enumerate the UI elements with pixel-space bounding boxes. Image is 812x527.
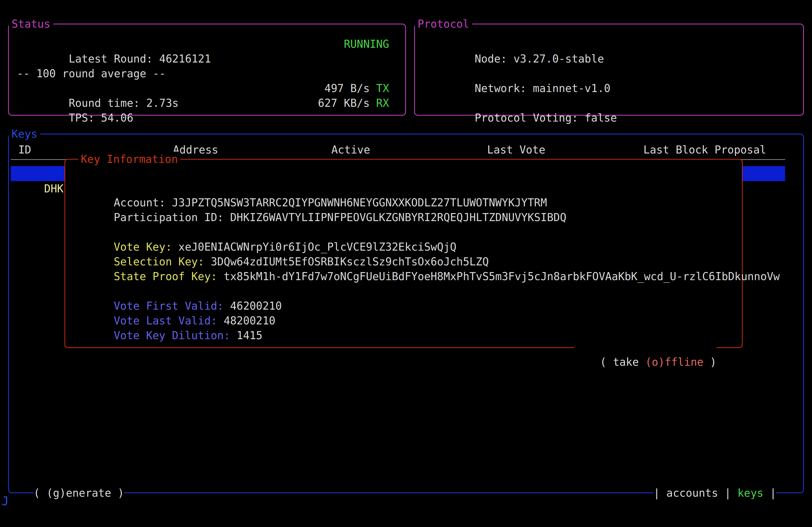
keys-panel-title: Keys [9,126,40,141]
vote-first-valid-row: Vote First Valid:46200210 [75,284,737,299]
network-label: Network: [475,82,526,94]
state-proof-key-value: tx85kM1h-dY1Fd7w7oNCgFUeUiBdFYoeH8MxPhTv… [224,270,780,283]
account-row: Account:J3JPZTQ5NSW3TARRC2QIYPGNWNH6NEYG… [75,181,737,195]
column-header-last-vote: Last Vote [487,142,545,157]
latest-round-row: Latest Round:46216121 RUNNING [9,37,405,51]
status-panel-title: Status [9,16,53,31]
key-information-modal: Key Information Account:J3JPZTQ5NSW3TARR… [64,159,743,348]
take-offline-button[interactable]: ( take (o)ffline ) [574,340,716,355]
round-time-row: Round time:2.73s 497 B/s TX [9,81,405,96]
vote-key-label: Vote Key: [114,241,172,253]
selection-key-value: 3DQw64zdIUMt5EfOSRBIKsczlSz9chTsOx6oJch5… [211,255,489,268]
protocol-voting-label: Protocol Voting: [475,111,578,124]
take-offline-suffix: ) [704,356,716,368]
vote-key-dilution-label: Vote Key Dilution: [114,329,230,342]
protocol-panel-title: Protocol [415,16,472,31]
latest-round-value: 46216121 [159,52,211,65]
latest-round-label: Latest Round: [69,52,153,65]
vote-key-dilution-value: 1415 [236,329,262,342]
column-header-id: ID [18,142,31,157]
round-time-value: 2.73s [146,97,178,109]
view-tabs: | accounts | keys | [653,485,776,500]
network-value: mainnet-v1.0 [533,82,610,94]
tx-rate-value: 497 B/s [324,81,370,96]
node-running-status: RUNNING [344,37,389,51]
vote-last-valid-value: 48200210 [224,315,276,327]
state-proof-key-label: State Proof Key: [114,270,217,283]
protocol-voting-row: Protocol Voting:false [415,96,803,110]
tps-label: TPS: [69,111,95,124]
round-average-text: -- 100 round average -- [17,66,166,81]
key-information-title: Key Information [78,152,180,167]
rx-rate-value: 627 KB/s [318,96,370,110]
vote-key-row: Vote Key:xeJ0ENIACWNrpYi0r6IjOc_PlcVCE9l… [75,225,737,240]
column-header-last-block-proposal: Last Block Proposal [643,142,766,157]
vote-key-value: xeJ0ENIACWNrpYi0r6IjOc_PlcVCE9lZ32EkciSw… [178,241,456,253]
participation-id-label: Participation ID: [114,211,224,224]
column-header-active: Active [331,142,370,157]
tps-value: 54.06 [101,111,133,124]
take-offline-hotkey: (o)ffline [645,356,704,368]
vote-first-valid-label: Vote First Valid: [114,300,224,312]
status-panel: Status Latest Round:46216121 RUNNING -- … [8,24,406,116]
account-value: J3JPZTQ5NSW3TARRC2QIYPGNWNH6NEYGGNXXKODL… [172,196,547,209]
selection-key-label: Selection Key: [114,255,204,268]
tab-separator: | [770,485,776,500]
tab-keys[interactable]: keys [738,485,764,500]
vote-last-valid-label: Vote Last Valid: [114,315,217,327]
protocol-voting-value: false [584,111,617,124]
account-label: Account: [114,196,166,209]
node-version-row: Node:v3.27.0-stable [415,37,803,51]
network-row: Network:mainnet-v1.0 [415,66,803,81]
stray-corner-glyph: J [2,495,9,507]
node-version-label: Node: [475,52,507,65]
tab-accounts[interactable]: accounts [666,485,718,500]
rx-label: RX [376,96,389,110]
tab-separator: | [653,485,660,500]
protocol-panel: Protocol Node:v3.27.0-stable Network:mai… [414,24,804,116]
generate-button[interactable]: ( (g)enerate ) [33,485,124,500]
take-offline-prefix: ( take [600,356,646,368]
vote-first-valid-value: 46200210 [230,300,282,312]
tx-label: TX [376,81,389,96]
node-version-value: v3.27.0-stable [513,52,604,65]
tab-separator: | [724,485,731,500]
participation-id-value: DHKIZ6WAVTYLIIPNFPEOVGLKZGNBYRI2RQEQJHLT… [230,211,566,224]
tps-row: TPS:54.06 627 KB/s RX [9,96,405,110]
round-average-header: -- 100 round average -- [9,66,405,81]
